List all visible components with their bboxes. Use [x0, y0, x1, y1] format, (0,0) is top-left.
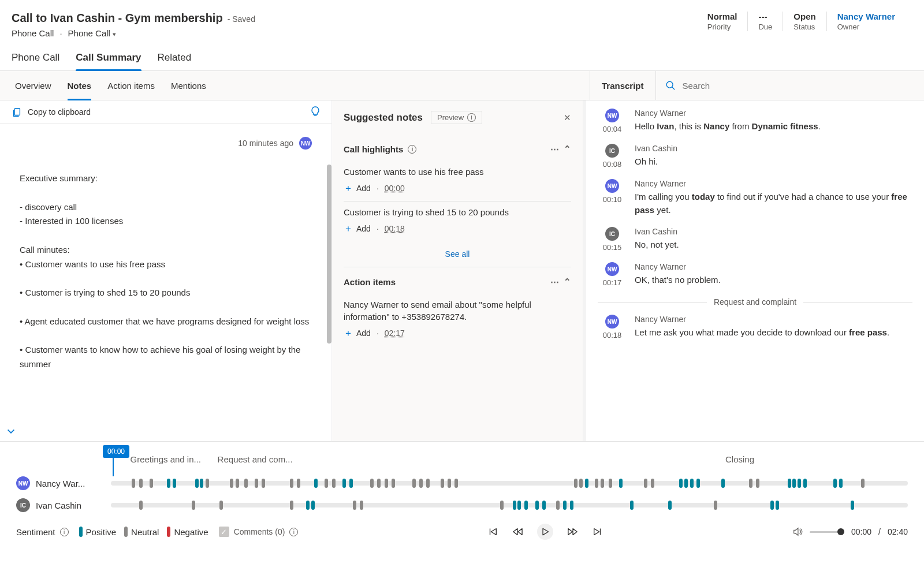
sentiment-blip[interactable]: [574, 479, 578, 488]
sentiment-blip[interactable]: [349, 479, 353, 488]
play-button[interactable]: [537, 524, 553, 540]
sentiment-blip[interactable]: [454, 479, 458, 488]
tab-call-summary[interactable]: Call Summary: [76, 52, 141, 70]
chevron-up-icon[interactable]: ⌃: [564, 277, 571, 287]
sentiment-blip[interactable]: [803, 479, 807, 488]
sentiment-blip[interactable]: [192, 501, 195, 510]
transcript-row[interactable]: IC00:15 Ivan CashinNo, not yet.: [598, 227, 912, 252]
chevron-up-icon[interactable]: ⌃: [564, 144, 571, 154]
sentiment-blip[interactable]: [419, 479, 423, 488]
info-icon[interactable]: i: [60, 528, 69, 536]
sentiment-blip[interactable]: [139, 501, 143, 510]
sentiment-blip[interactable]: [236, 479, 239, 488]
transcript-search[interactable]: [655, 71, 924, 100]
sentiment-blip[interactable]: [219, 501, 223, 510]
sentiment-blip[interactable]: [535, 501, 539, 510]
transcript-row[interactable]: NW00:17 Nancy WarnerOK, that's no proble…: [598, 262, 912, 287]
sentiment-blip[interactable]: [595, 479, 598, 488]
skip-end-button[interactable]: [593, 527, 603, 537]
sentiment-blip[interactable]: [630, 501, 634, 510]
sentiment-blip[interactable]: [524, 501, 528, 510]
close-suggested-button[interactable]: ✕: [564, 113, 571, 123]
subtab-action-items[interactable]: Action items: [107, 71, 155, 100]
volume-icon[interactable]: [792, 527, 803, 537]
sentiment-blip[interactable]: [290, 479, 293, 488]
sentiment-blip[interactable]: [690, 479, 694, 488]
sentiment-blip[interactable]: [167, 479, 170, 488]
sentiment-blip[interactable]: [861, 479, 865, 488]
subtab-mentions[interactable]: Mentions: [171, 71, 206, 100]
priority-field[interactable]: Normal Priority: [697, 12, 748, 31]
sentiment-blip[interactable]: [206, 479, 209, 488]
sentiment-blip[interactable]: [721, 479, 725, 488]
sentiment-blip[interactable]: [342, 479, 346, 488]
sentiment-blip[interactable]: [833, 479, 837, 488]
transcript-row[interactable]: NW00:04 Nancy WarnerHello Ivan, this is …: [598, 109, 912, 133]
sentiment-blip[interactable]: [556, 501, 560, 510]
sentiment-blip[interactable]: [851, 501, 854, 510]
sentiment-blip[interactable]: [297, 479, 300, 488]
subtab-notes[interactable]: Notes: [68, 71, 92, 100]
transcript-row[interactable]: IC00:08 Ivan CashinOh hi.: [598, 144, 912, 169]
info-icon[interactable]: i: [408, 145, 416, 154]
entity-name[interactable]: Phone Call: [12, 28, 54, 38]
preview-badge[interactable]: Preview i: [431, 111, 482, 124]
tab-related[interactable]: Related: [158, 52, 192, 70]
sentiment-blip[interactable]: [601, 479, 604, 488]
expand-notes-button[interactable]: [6, 426, 16, 436]
sentiment-blip[interactable]: [563, 501, 567, 510]
sentiment-blip[interactable]: [513, 501, 516, 510]
sentiment-blip[interactable]: [619, 479, 623, 488]
sentiment-blip[interactable]: [570, 501, 573, 510]
sentiment-blip[interactable]: [426, 479, 430, 488]
search-input[interactable]: [681, 80, 915, 91]
comments-toggle[interactable]: ✓ Comments (0) i: [219, 527, 299, 537]
add-button[interactable]: ＋Add: [344, 329, 371, 338]
sentiment-blip[interactable]: [325, 479, 328, 488]
volume-slider[interactable]: [810, 531, 844, 533]
sentiment-blip[interactable]: [609, 479, 612, 488]
add-button[interactable]: ＋Add: [344, 224, 371, 233]
skip-start-button[interactable]: [487, 527, 498, 537]
sentiment-blip[interactable]: [311, 501, 315, 510]
sentiment-blip[interactable]: [500, 501, 504, 510]
sentiment-blip[interactable]: [377, 479, 381, 488]
rewind-button[interactable]: [512, 527, 523, 537]
sentiment-blip[interactable]: [714, 501, 717, 510]
transcript-row[interactable]: NW00:10 Nancy WarnerI'm calling you toda…: [598, 179, 912, 217]
sentiment-blip[interactable]: [542, 501, 546, 510]
sentiment-blip[interactable]: [441, 479, 444, 488]
sentiment-blip[interactable]: [798, 479, 801, 488]
due-field[interactable]: --- Due: [747, 12, 783, 31]
sentiment-track[interactable]: [111, 481, 908, 486]
timestamp-link[interactable]: 00:18: [385, 224, 405, 233]
status-field[interactable]: Open Status: [783, 12, 826, 31]
sentiment-blip[interactable]: [679, 479, 683, 488]
sentiment-blip[interactable]: [788, 479, 791, 488]
sentiment-track[interactable]: [111, 503, 908, 507]
sentiment-blip[interactable]: [448, 479, 451, 488]
owner-field[interactable]: Nancy Warner Owner: [826, 12, 906, 31]
sentiment-blip[interactable]: [684, 479, 688, 488]
sentiment-blip[interactable]: [230, 479, 233, 488]
sentiment-blip[interactable]: [195, 479, 199, 488]
sentiment-blip[interactable]: [668, 501, 672, 510]
sentiment-blip[interactable]: [644, 479, 647, 488]
sentiment-blip[interactable]: [579, 479, 583, 488]
sentiment-blip[interactable]: [139, 479, 143, 488]
copy-button[interactable]: Copy to clipboard: [28, 107, 91, 117]
sentiment-blip[interactable]: [332, 479, 336, 488]
tab-phone-call[interactable]: Phone Call: [12, 52, 59, 70]
subtab-overview[interactable]: Overview: [15, 71, 51, 100]
sentiment-blip[interactable]: [585, 479, 588, 488]
sentiment-blip[interactable]: [290, 501, 293, 510]
sentiment-blip[interactable]: [696, 479, 700, 488]
form-selector[interactable]: Phone Call ▾: [68, 28, 117, 38]
sentiment-blip[interactable]: [360, 501, 363, 510]
forward-button[interactable]: [567, 527, 579, 537]
sentiment-blip[interactable]: [392, 479, 395, 488]
sentiment-blip[interactable]: [651, 479, 654, 488]
more-icon[interactable]: ⋯: [550, 144, 559, 154]
lightbulb-icon[interactable]: [311, 106, 320, 118]
timestamp-link[interactable]: 02:17: [385, 329, 405, 338]
